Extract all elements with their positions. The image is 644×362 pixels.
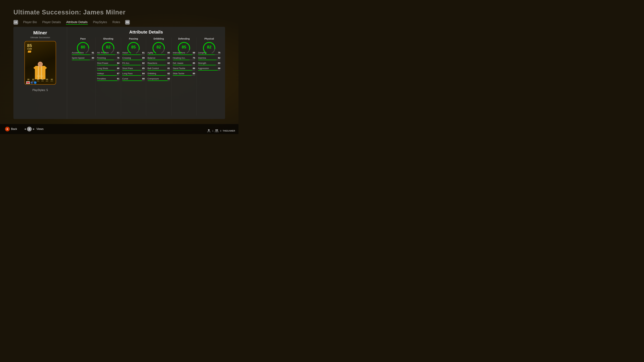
b-button-icon: B (5, 127, 10, 131)
attribute-stat: Strength80 (198, 62, 220, 65)
gauge-container-shooting: 82 (97, 41, 120, 49)
attribute-stat: Finishing76 (97, 57, 120, 60)
tab-attribute-details[interactable]: Attribute Details (66, 20, 88, 25)
stat-name: Curve (122, 77, 128, 80)
category-label-dribbling: Dribbling (148, 37, 170, 40)
stat-bar-background (122, 75, 145, 76)
stat-bar-background (148, 80, 170, 81)
stat-bar-background (97, 80, 120, 81)
stat-bar-background (97, 65, 120, 65)
gauge-value: 82 (156, 45, 161, 49)
card-stat-phy: 82 PHY (50, 78, 53, 82)
stat-value: 88 (141, 77, 145, 80)
tab-roles[interactable]: Roles (112, 20, 120, 25)
league-badge: P (30, 81, 33, 84)
stat-name: Shot Power (97, 62, 108, 64)
svg-rect-2 (26, 82, 30, 83)
attr-column-passing: Passing 85 Vision81Crossing89FK Acc.82Sh… (121, 37, 146, 115)
attribute-stat: Curve88 (122, 77, 145, 81)
stat-name: Ball Control (148, 67, 159, 69)
stat-bar-background (198, 65, 220, 65)
tab-player-bio[interactable]: Player Bio (23, 20, 37, 25)
left-arrow-icon: ◄ (24, 128, 26, 131)
stat-list-dribbling: Agility80Balance80Reactions82Ball Contro… (148, 51, 170, 81)
user-icon (207, 129, 211, 133)
user-count: 1 (212, 130, 213, 132)
card-top-info: 85 CDM (27, 43, 32, 53)
back-button[interactable]: B Back (5, 127, 17, 131)
stat-bar-fill (122, 70, 141, 70)
stat-row: Short Pass85 (122, 67, 145, 69)
stat-bar-fill (173, 70, 192, 70)
stat-row: Volleys87 (97, 72, 120, 75)
users-icon (215, 129, 219, 133)
stat-name: Stamina (198, 57, 206, 59)
card-badges: P B (26, 81, 36, 84)
player-name-heading: Milner (33, 30, 47, 35)
category-label-defending: Defending (173, 37, 195, 40)
stat-row: Long Pass84 (122, 72, 145, 75)
gauge-value: 80 (81, 45, 85, 49)
attribute-stat: Slide Tackle85 (173, 72, 195, 76)
attribute-stat: Stamina82 (198, 57, 220, 60)
stat-bar-background (173, 54, 195, 55)
r-button-icon: R (27, 127, 32, 131)
stat-name: Finishing (97, 57, 106, 59)
stat-bar-fill (173, 60, 190, 60)
attr-column-physical: Physical 82 Jumping75Stamina82Strength80… (197, 37, 222, 115)
stat-bar-background (122, 54, 145, 55)
stat-name: Reactions (148, 62, 157, 64)
stat-name: Crossing (122, 57, 131, 59)
stat-bar-fill (97, 60, 114, 60)
stat-row: Heading Acc.75 (173, 57, 195, 59)
boot-icon (28, 51, 31, 53)
card-background: 85 CDM Milner 80 (24, 41, 56, 85)
tab-playstyles[interactable]: PlayStyles (92, 20, 107, 25)
views-button[interactable]: ◄ R ► Views (24, 127, 44, 131)
stat-name: Long Shots (97, 67, 108, 69)
stat-value: 80 (216, 62, 220, 64)
card-player-name: Milner (25, 75, 56, 77)
gauge-pace: 80 (76, 41, 90, 49)
stat-value: 81 (116, 51, 120, 54)
stat-bar-background (148, 60, 170, 60)
group-count: 8 (220, 130, 221, 132)
stat-row: Composure90 (148, 77, 170, 80)
stat-name: Slide Tackle (173, 72, 184, 75)
svg-point-5 (217, 129, 218, 131)
attribute-stat: FK Acc.82 (122, 62, 145, 65)
stat-row: Shot Power94 (97, 62, 120, 64)
playstyles-label: PlayStyles: 5 (32, 89, 48, 92)
stat-row: Crossing89 (122, 57, 145, 59)
stat-value: 82 (166, 62, 170, 64)
tab-player-details[interactable]: Player Details (42, 20, 61, 25)
gauge-value: 85 (131, 45, 136, 49)
gauge-shooting: 82 (102, 41, 115, 49)
gauge-defending: 85 (177, 41, 191, 49)
stat-name: Balance (148, 57, 156, 59)
stat-value: 81 (166, 67, 170, 69)
bottom-bar: B Back ◄ R ► Views 1 8 THEGAMER (0, 124, 238, 134)
stat-bar-background (97, 75, 120, 76)
stat-bar-background (72, 60, 94, 60)
stat-bar-background (72, 54, 94, 55)
stat-bar-background (198, 70, 220, 70)
views-label: Views (36, 128, 44, 131)
gauge-value: 85 (182, 45, 186, 49)
stat-name: Aggression (198, 67, 209, 69)
stat-bar-background (173, 70, 195, 70)
attribute-stat: Reactions82 (148, 62, 170, 65)
stat-bar-fill (173, 54, 192, 55)
stat-bar-fill (173, 65, 192, 65)
gauge-container-pace: 80 (72, 41, 94, 49)
gauge-container-defending: 85 (173, 41, 195, 49)
stat-name: Composure (148, 77, 159, 80)
stat-bar-background (173, 60, 195, 60)
stat-bar-fill (72, 54, 90, 55)
stat-row: Sprint Speed80 (72, 57, 94, 59)
stat-name: Long Pass (122, 72, 132, 75)
attribute-stat: Sprint Speed80 (72, 57, 94, 60)
stat-value: 80 (90, 57, 94, 59)
gauge-dribbling: 82 (152, 41, 165, 49)
attribute-stat: Balance80 (148, 57, 170, 60)
